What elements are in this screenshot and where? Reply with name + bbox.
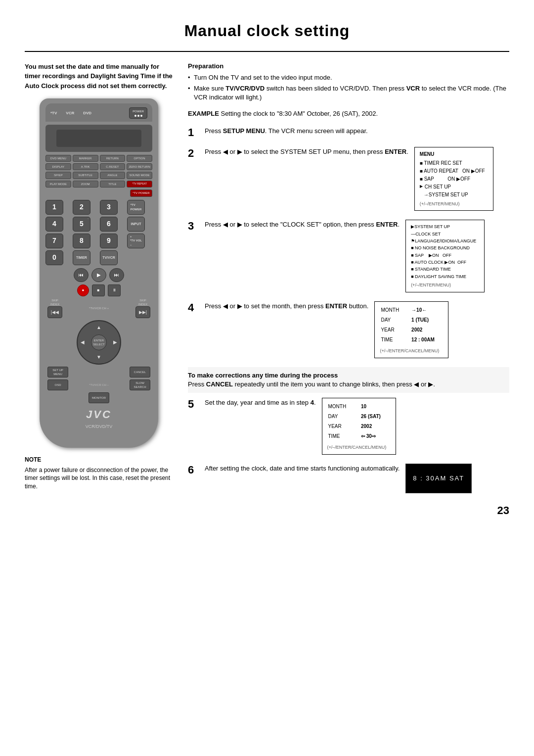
step-5-number: 5 <box>188 399 199 410</box>
sound-mode-btn[interactable]: SOUND MODE <box>127 172 152 179</box>
step-5: 5 Set the day, year and time as in step … <box>188 398 509 455</box>
remote-control: *TV VCR DVD POWER DVD M <box>40 98 158 448</box>
tv-power-side-btn[interactable]: *TVPOWER <box>127 200 145 215</box>
ff-btn[interactable]: ⏭ <box>109 268 124 282</box>
num-8-btn[interactable]: 8 <box>73 234 90 248</box>
step-3-number: 3 <box>188 221 199 232</box>
num-9-btn[interactable]: 9 <box>100 234 118 248</box>
remote-label-vcr: VCR <box>66 110 74 116</box>
page-title: Manual clock setting <box>25 20 509 42</box>
step-1: 1 Press SETUP MENU. The VCR menu screen … <box>188 126 509 138</box>
preparation-section: Preparation Turn ON the TV and set to th… <box>188 62 509 102</box>
power-button[interactable]: POWER <box>129 107 147 118</box>
prep-item-2: Make sure TV/VCR/DVD switch has been sli… <box>188 84 509 102</box>
note-title: NOTE <box>25 456 41 463</box>
rew-btn[interactable]: ⏮ <box>74 268 89 282</box>
slow-search-btn[interactable]: SLOWSEARCH <box>130 379 150 390</box>
a-trk-btn[interactable]: A.TRK <box>73 163 98 170</box>
timer-btn[interactable]: TIMER <box>73 250 90 265</box>
nav-right-btn[interactable]: ▶ <box>113 339 117 346</box>
tv-vcr-btn[interactable]: TV/VCR <box>100 250 118 265</box>
step-6-screen: 8 : 30AM SAT <box>405 464 472 493</box>
num-0-btn[interactable]: 0 <box>45 250 63 265</box>
num-1-btn[interactable]: 1 <box>45 200 63 215</box>
dvd-menu-btn[interactable]: DVD MENU <box>45 155 71 162</box>
preparation-title: Preparation <box>188 62 509 71</box>
example-text: EXAMPLE Setting the clock to "8:30 AM" O… <box>188 109 509 118</box>
intro-text: You must set the date and time manually … <box>25 62 173 91</box>
title-btn[interactable]: TITLE <box>100 181 126 188</box>
monitor-btn[interactable]: MONITOR <box>89 392 109 403</box>
step-2: 2 Press ◀ or ▶ to select the SYSTEM SET … <box>188 147 509 211</box>
vcr-dvd-tv-label: VCR/DVD/TV <box>45 424 152 430</box>
step-3-menu: ▶SYSTEM SET UP —CLOCK SET ⚑LANGUAGE/IDIO… <box>405 220 485 292</box>
remote-screen <box>45 125 152 152</box>
step-6: 6 After setting the clock, date and time… <box>188 464 509 493</box>
num-7-btn[interactable]: 7 <box>45 234 63 248</box>
nav-circle: ▲ ▼ ◀ ▶ ENTERSELECT <box>77 320 121 365</box>
skip-fwd-btn[interactable]: ▶▶| <box>135 306 150 318</box>
angle-btn[interactable]: ANGLE <box>100 172 126 179</box>
note-section: NOTE After a power failure or disconnect… <box>25 456 173 491</box>
play-btn[interactable]: ▶ <box>91 268 106 282</box>
zoom-btn[interactable]: ZOOM <box>73 181 98 188</box>
remote-label-dvd: DVD <box>83 110 91 116</box>
enter-select-btn[interactable]: ENTERSELECT <box>91 334 107 350</box>
num-2-btn[interactable]: 2 <box>73 200 90 215</box>
osd-btn[interactable]: OSD <box>47 379 68 390</box>
step-4-number: 4 <box>188 302 199 313</box>
step-4: 4 Press ◀ or ▶ to set the month, then pr… <box>188 301 509 358</box>
step-5-clock: MONTH10 DAY26 (SAT) YEAR2002 TIME⇦ 30⇨ (… <box>322 398 396 455</box>
step-2-number: 2 <box>188 148 199 159</box>
repeat-btn[interactable]: *TV REPEAT <box>127 181 152 188</box>
c-reset-btn[interactable]: C.RESET <box>100 163 126 170</box>
nav-down-btn[interactable]: ▼ <box>96 354 101 361</box>
subtitle-btn[interactable]: SUBTITLE <box>73 172 98 179</box>
num-6-btn[interactable]: 6 <box>100 217 118 232</box>
tv-power-btn[interactable]: *TV POWER <box>130 189 152 196</box>
return-btn[interactable]: RETURN <box>100 155 126 162</box>
nav-left-btn[interactable]: ◀ <box>81 339 85 346</box>
step-2-menu: MENU ■ TIMER REC SET ■ AUTO REPEAT ON ▶O… <box>414 147 493 211</box>
num-4-btn[interactable]: 4 <box>45 217 63 232</box>
zero-return-btn[interactable]: ZERO RETURN <box>127 163 152 170</box>
note-text: After a power failure or disconnection o… <box>25 466 173 491</box>
step-6-number: 6 <box>188 465 199 475</box>
step-3: 3 Press ◀ or ▶ to select the "CLOCK SET"… <box>188 220 509 292</box>
cancel-btn[interactable]: CANCEL <box>130 367 150 378</box>
rec-btn[interactable]: ● <box>77 284 89 296</box>
option-btn[interactable]: OPTION <box>127 155 152 162</box>
prep-item-1: Turn ON the TV and set to the video inpu… <box>188 73 509 82</box>
stop-btn[interactable]: ■ <box>92 284 105 296</box>
pause-btn[interactable]: ⏸ <box>108 284 121 296</box>
marker-btn[interactable]: MARKER <box>73 155 98 162</box>
play-mode-btn[interactable]: PLAY MODE <box>45 181 71 188</box>
nav-up-btn[interactable]: ▲ <box>96 324 101 331</box>
set-up-menu-btn[interactable]: SET UPMENU <box>47 367 68 378</box>
step-4-clock: MONTH→10← DAY1 (TUE) YEAR2002 TIME12 : 0… <box>374 301 448 358</box>
jvc-logo: JVC <box>45 407 152 423</box>
sp-ep-btn[interactable]: SP/EP <box>45 172 71 179</box>
correction-section: To make corrections any time during the … <box>188 367 509 393</box>
num-3-btn[interactable]: 3 <box>100 200 118 215</box>
input-btn[interactable]: INPUT <box>127 217 145 232</box>
display-btn[interactable]: DISPLAY <box>45 163 71 170</box>
step-1-number: 1 <box>188 127 199 138</box>
page-number: 23 <box>188 503 509 519</box>
tv-vol-btn[interactable]: +*TV VOL– <box>127 234 145 248</box>
skip-back-btn[interactable]: |◀◀ <box>47 306 62 318</box>
num-5-btn[interactable]: 5° <box>73 217 90 232</box>
remote-label-tv: *TV <box>50 110 57 116</box>
